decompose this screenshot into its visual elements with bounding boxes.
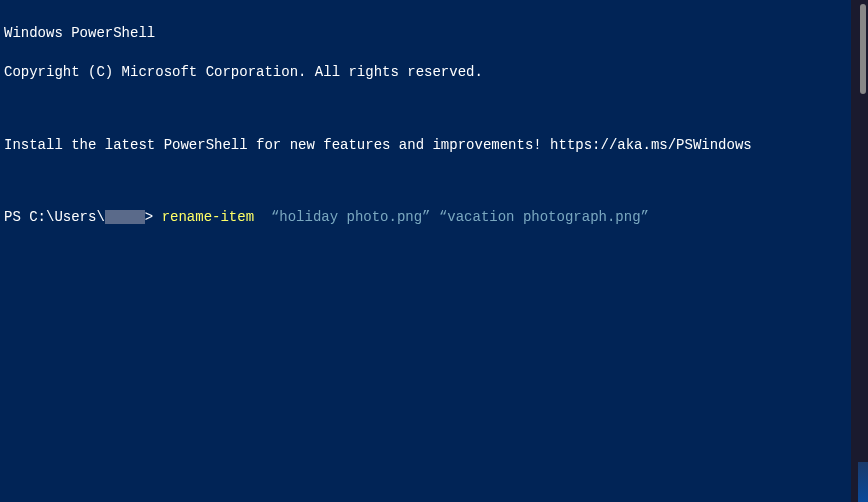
blank-line xyxy=(4,175,864,189)
install-message: Install the latest PowerShell for new fe… xyxy=(4,136,864,156)
terminal-output[interactable]: Windows PowerShell Copyright (C) Microso… xyxy=(0,0,868,232)
prompt-prefix: PS C:\Users\ xyxy=(4,209,105,225)
redacted-username xyxy=(105,210,145,224)
spacer xyxy=(254,209,271,225)
window-edge-accent xyxy=(858,462,868,502)
prompt-suffix: > xyxy=(145,209,162,225)
vertical-scrollbar[interactable] xyxy=(851,0,868,502)
copyright-text: Copyright (C) Microsoft Corporation. All… xyxy=(4,63,864,83)
scrollbar-thumb[interactable] xyxy=(860,4,866,94)
command-prompt-line[interactable]: PS C:\Users\> rename-item “holiday photo… xyxy=(4,209,649,225)
powershell-header: Windows PowerShell xyxy=(4,24,864,44)
cmdlet-name: rename-item xyxy=(162,209,254,225)
command-args: “holiday photo.png” “vacation photograph… xyxy=(271,209,649,225)
blank-line xyxy=(4,102,864,116)
